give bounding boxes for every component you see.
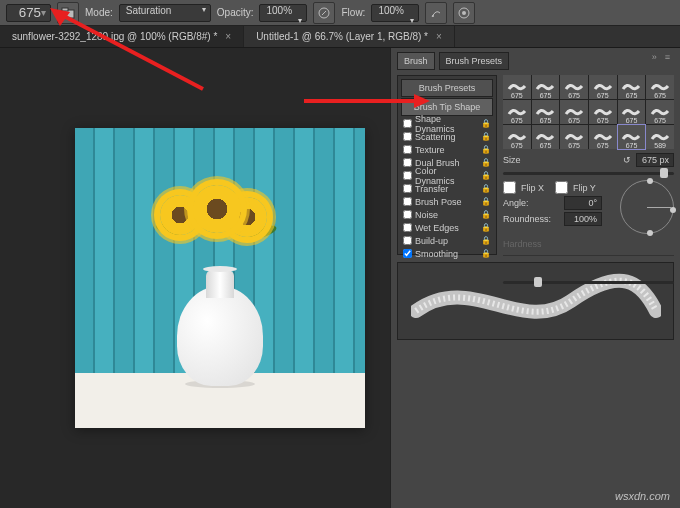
brush-presets-button[interactable]: Brush Presets bbox=[401, 79, 493, 97]
brush-option-smoothing[interactable]: Smoothing🔒 bbox=[401, 247, 493, 260]
document-tab-active[interactable]: sunflower-3292_1280.jpg @ 100% (RGB/8#) … bbox=[0, 26, 244, 47]
option-checkbox[interactable] bbox=[403, 197, 412, 206]
brush-preset[interactable]: 675 bbox=[646, 100, 674, 124]
brush-preset[interactable]: 675 bbox=[618, 100, 646, 124]
close-icon[interactable]: × bbox=[436, 31, 442, 42]
brush-preset[interactable]: 675 bbox=[560, 100, 588, 124]
flow-dropdown[interactable]: 100% bbox=[371, 4, 419, 22]
lock-icon[interactable]: 🔒 bbox=[481, 223, 491, 232]
brush-preset[interactable]: 675 bbox=[503, 75, 531, 99]
brush-preset[interactable]: 675 bbox=[618, 125, 646, 149]
option-checkbox[interactable] bbox=[403, 210, 412, 219]
brush-preset[interactable]: 675 bbox=[646, 75, 674, 99]
airbrush-button[interactable] bbox=[425, 2, 447, 24]
option-checkbox[interactable] bbox=[403, 171, 412, 180]
brush-option-build-up[interactable]: Build-up🔒 bbox=[401, 234, 493, 247]
tablet-pressure-icon bbox=[318, 7, 330, 19]
brush-preset[interactable]: 675 bbox=[560, 125, 588, 149]
brush-preset[interactable]: 589 bbox=[646, 125, 674, 149]
preset-size: 675 bbox=[511, 117, 523, 124]
spacing-slider[interactable] bbox=[503, 281, 674, 284]
watermark: wsxdn.com bbox=[615, 490, 670, 502]
preset-size: 675 bbox=[654, 92, 666, 99]
preset-size: 675 bbox=[540, 92, 552, 99]
size-slider[interactable] bbox=[503, 172, 674, 175]
flipx-checkbox[interactable] bbox=[503, 181, 516, 194]
lock-icon[interactable]: 🔒 bbox=[481, 119, 491, 128]
lock-icon[interactable]: 🔒 bbox=[481, 132, 491, 141]
angle-roundness-control[interactable] bbox=[620, 180, 674, 234]
lock-icon[interactable]: 🔒 bbox=[481, 171, 491, 180]
pressure-size-button[interactable] bbox=[453, 2, 475, 24]
option-label: Color Dynamics bbox=[415, 166, 478, 186]
tab-brush[interactable]: Brush bbox=[397, 52, 435, 70]
svg-point-5 bbox=[462, 11, 466, 15]
brush-panel: Brush Brush Presets » ≡ Brush Presets Br… bbox=[390, 48, 680, 508]
panel-menu-icon[interactable]: ≡ bbox=[661, 52, 674, 70]
lock-icon[interactable]: 🔒 bbox=[481, 197, 491, 206]
tab-brush-presets[interactable]: Brush Presets bbox=[439, 52, 510, 70]
brush-preset[interactable]: 675 bbox=[589, 100, 617, 124]
preset-size: 675 bbox=[626, 92, 638, 99]
brush-option-scattering[interactable]: Scattering🔒 bbox=[401, 130, 493, 143]
lock-icon[interactable]: 🔒 bbox=[481, 158, 491, 167]
flipx-label: Flip X bbox=[521, 183, 544, 193]
brush-preset[interactable]: 675 bbox=[589, 125, 617, 149]
brush-preset[interactable]: 675 bbox=[560, 75, 588, 99]
document-tab[interactable]: Untitled-1 @ 66.7% (Layer 1, RGB/8) * × bbox=[244, 26, 455, 47]
flipy-label: Flip Y bbox=[573, 183, 596, 193]
size-label: Size bbox=[503, 155, 559, 165]
option-checkbox[interactable] bbox=[403, 119, 412, 128]
flipy-checkbox[interactable] bbox=[555, 181, 568, 194]
brush-size-input[interactable] bbox=[11, 5, 41, 20]
lock-icon[interactable]: 🔒 bbox=[481, 236, 491, 245]
pressure-opacity-button[interactable] bbox=[313, 2, 335, 24]
option-checkbox[interactable] bbox=[403, 184, 412, 193]
option-checkbox[interactable] bbox=[403, 132, 412, 141]
lock-icon[interactable]: 🔒 bbox=[481, 184, 491, 193]
preset-size: 675 bbox=[540, 142, 552, 149]
brush-preset[interactable]: 675 bbox=[503, 100, 531, 124]
roundness-value[interactable]: 100% bbox=[564, 212, 602, 226]
brush-preset[interactable]: 675 bbox=[532, 100, 560, 124]
option-checkbox[interactable] bbox=[403, 145, 412, 154]
brush-option-wet-edges[interactable]: Wet Edges🔒 bbox=[401, 221, 493, 234]
expand-icon[interactable]: » bbox=[652, 52, 657, 70]
opacity-dropdown[interactable]: 100% bbox=[259, 4, 307, 22]
option-checkbox[interactable] bbox=[403, 236, 412, 245]
brush-preset[interactable]: 675 bbox=[618, 75, 646, 99]
brush-option-color-dynamics[interactable]: Color Dynamics🔒 bbox=[401, 169, 493, 182]
brush-option-noise[interactable]: Noise🔒 bbox=[401, 208, 493, 221]
brush-preset-grid: 6756756756756756756756756756756756756756… bbox=[503, 75, 674, 149]
preset-size: 675 bbox=[626, 142, 638, 149]
angle-value[interactable]: 0° bbox=[564, 196, 602, 210]
brush-option-texture[interactable]: Texture🔒 bbox=[401, 143, 493, 156]
option-label: Transfer bbox=[415, 184, 448, 194]
option-label: Shape Dynamics bbox=[415, 114, 478, 134]
brush-preset[interactable]: 675 bbox=[532, 125, 560, 149]
canvas-image bbox=[75, 128, 365, 428]
brush-size-field[interactable]: ▾ bbox=[6, 4, 51, 22]
preset-size: 675 bbox=[597, 92, 609, 99]
brush-preset[interactable]: 675 bbox=[589, 75, 617, 99]
canvas-area[interactable] bbox=[0, 48, 390, 508]
option-checkbox[interactable] bbox=[403, 158, 412, 167]
lock-icon[interactable]: 🔒 bbox=[481, 145, 491, 154]
close-icon[interactable]: × bbox=[225, 31, 231, 42]
brush-option-shape-dynamics[interactable]: Shape Dynamics🔒 bbox=[401, 117, 493, 130]
brush-option-transfer[interactable]: Transfer🔒 bbox=[401, 182, 493, 195]
brush-option-brush-pose[interactable]: Brush Pose🔒 bbox=[401, 195, 493, 208]
folder-icon bbox=[61, 6, 75, 20]
option-checkbox[interactable] bbox=[403, 223, 412, 232]
brush-preset[interactable]: 675 bbox=[532, 75, 560, 99]
option-checkbox[interactable] bbox=[403, 249, 412, 258]
size-value[interactable]: 675 px bbox=[636, 153, 674, 167]
lock-icon[interactable]: 🔒 bbox=[481, 210, 491, 219]
angle-label: Angle: bbox=[503, 198, 559, 208]
brush-preset[interactable]: 675 bbox=[503, 125, 531, 149]
reset-size-icon[interactable]: ↺ bbox=[623, 155, 631, 165]
option-label: Build-up bbox=[415, 236, 448, 246]
brush-preset-picker-button[interactable] bbox=[57, 2, 79, 24]
lock-icon[interactable]: 🔒 bbox=[481, 249, 491, 258]
blend-mode-dropdown[interactable]: Saturation bbox=[119, 4, 211, 22]
